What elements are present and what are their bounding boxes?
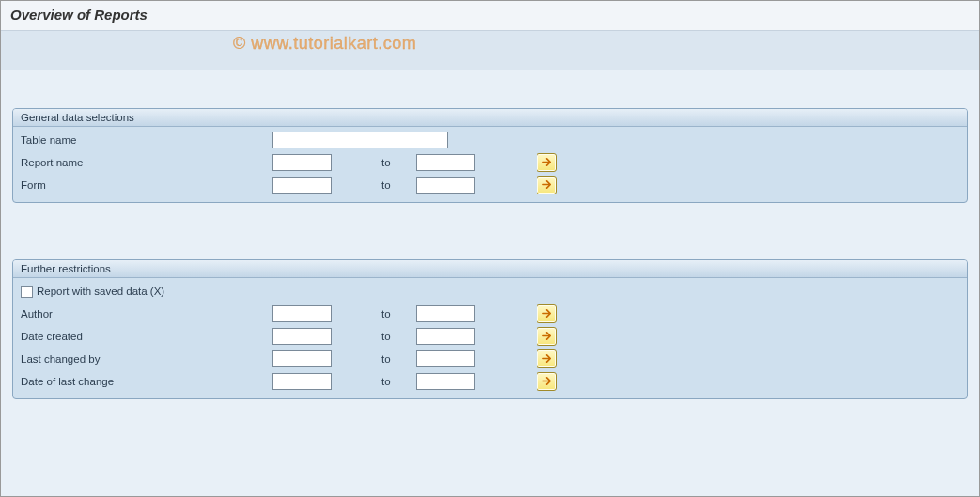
input-last-changed-by-from[interactable] bbox=[272, 350, 332, 367]
label-date-last-change-to: to bbox=[332, 376, 416, 387]
arrow-right-icon bbox=[542, 375, 552, 389]
input-author-from[interactable] bbox=[272, 305, 332, 322]
label-form: Form bbox=[21, 179, 272, 191]
arrow-right-icon bbox=[542, 179, 552, 193]
multiple-selection-button-form[interactable] bbox=[537, 176, 557, 194]
multiple-selection-button-date-last-change[interactable] bbox=[537, 372, 557, 391]
group-header-general: General data selections bbox=[13, 109, 967, 127]
multiple-selection-button-last-changed-by[interactable] bbox=[537, 349, 557, 368]
multiple-selection-button-author[interactable] bbox=[537, 304, 557, 323]
input-date-last-change-to[interactable] bbox=[416, 373, 475, 390]
arrow-right-icon bbox=[542, 330, 552, 344]
multiple-selection-button-date-created[interactable] bbox=[537, 327, 557, 346]
group-body-further: Report with saved data (X) Author to Dat… bbox=[13, 278, 967, 398]
label-table-name: Table name bbox=[21, 134, 272, 146]
checkbox-saved-data[interactable] bbox=[21, 286, 33, 298]
arrow-right-icon bbox=[542, 352, 552, 366]
row-author: Author to bbox=[13, 303, 967, 325]
label-date-last-change: Date of last change bbox=[21, 376, 272, 387]
arrow-right-icon bbox=[542, 307, 552, 321]
row-form: Form to bbox=[13, 174, 967, 196]
input-report-name-to[interactable] bbox=[416, 154, 475, 171]
label-saved-data-wrap[interactable]: Report with saved data (X) bbox=[21, 286, 164, 298]
input-form-to[interactable] bbox=[416, 177, 475, 194]
group-further-restrictions: Further restrictions Report with saved d… bbox=[12, 259, 968, 399]
input-form-from[interactable] bbox=[272, 177, 332, 194]
watermark-text: © www.tutorialkart.com bbox=[233, 34, 416, 54]
row-table-name: Table name bbox=[13, 129, 967, 151]
toolbar-strip: © www.tutorialkart.com bbox=[1, 31, 979, 70]
multiple-selection-button-report-name[interactable] bbox=[537, 153, 557, 172]
group-general-data: General data selections Table name Repor… bbox=[12, 108, 968, 203]
label-date-created-to: to bbox=[332, 331, 416, 342]
row-saved-data: Report with saved data (X) bbox=[13, 280, 967, 303]
group-header-further: Further restrictions bbox=[13, 260, 967, 278]
input-report-name-from[interactable] bbox=[272, 154, 332, 171]
input-author-to[interactable] bbox=[416, 305, 475, 322]
label-author-to: to bbox=[332, 308, 416, 319]
row-date-last-change: Date of last change to bbox=[13, 370, 967, 393]
input-date-created-from[interactable] bbox=[272, 328, 332, 345]
input-table-name[interactable] bbox=[272, 132, 448, 148]
arrow-right-icon bbox=[542, 156, 552, 170]
group-body-general: Table name Report name to Form to bbox=[13, 127, 967, 202]
input-last-changed-by-to[interactable] bbox=[416, 350, 475, 367]
input-date-created-to[interactable] bbox=[416, 328, 475, 345]
label-report-name: Report name bbox=[21, 157, 272, 168]
label-saved-data: Report with saved data (X) bbox=[37, 286, 164, 297]
header-bar: Overview of Reports bbox=[1, 1, 979, 31]
label-date-created: Date created bbox=[21, 331, 272, 342]
content-area: General data selections Table name Repor… bbox=[1, 70, 979, 467]
page-title: Overview of Reports bbox=[10, 7, 970, 23]
input-date-last-change-from[interactable] bbox=[272, 373, 332, 390]
label-report-name-to: to bbox=[332, 157, 416, 168]
row-date-created: Date created to bbox=[13, 325, 967, 348]
label-last-changed-by-to: to bbox=[332, 353, 416, 365]
label-form-to: to bbox=[332, 179, 416, 191]
row-last-changed-by: Last changed by to bbox=[13, 348, 967, 370]
row-report-name: Report name to bbox=[13, 151, 967, 174]
label-last-changed-by: Last changed by bbox=[21, 353, 272, 365]
label-author: Author bbox=[21, 308, 272, 319]
